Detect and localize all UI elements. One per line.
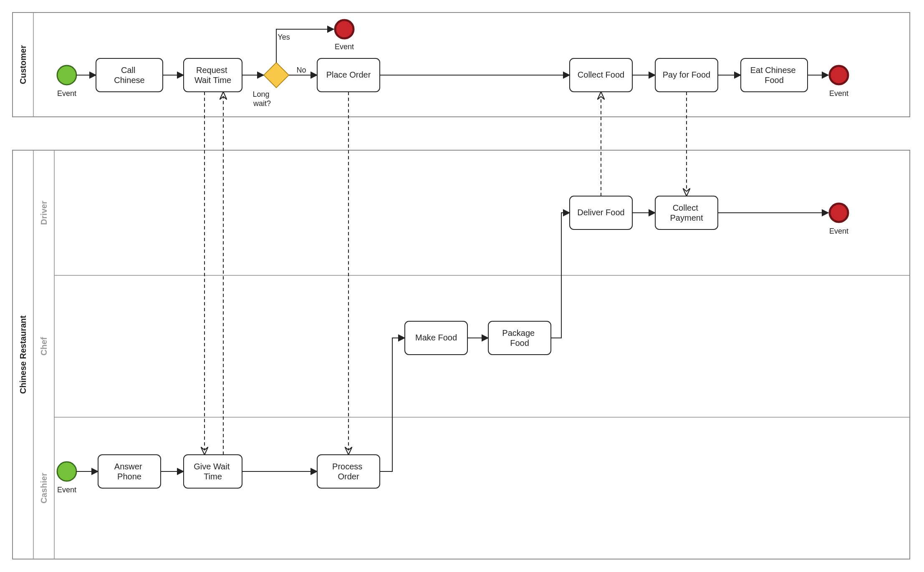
task-place-order: Place Order xyxy=(317,58,380,92)
task-pay-food: Pay for Food xyxy=(655,58,718,92)
svg-text:Make Food: Make Food xyxy=(415,333,457,342)
end-event-customer: Event xyxy=(829,66,848,98)
svg-text:Place Order: Place Order xyxy=(326,70,371,79)
svg-rect-25 xyxy=(655,196,718,229)
end-event-customer-label: Event xyxy=(829,89,848,98)
task-make-food: Make Food xyxy=(405,321,467,355)
svg-rect-33 xyxy=(98,455,161,488)
gateway-no-label: No xyxy=(296,66,306,74)
svg-rect-10 xyxy=(184,58,242,92)
pool-title-customer: Customer xyxy=(18,45,28,84)
task-give-wait: Give Wait Time xyxy=(184,455,242,488)
svg-text:Pay for Food: Pay for Food xyxy=(663,70,711,79)
svg-text:Long
      wait?: Long wait? xyxy=(252,90,271,108)
gateway-long-wait: Long wait? xyxy=(252,63,289,108)
end-event-driver: Event xyxy=(829,204,848,235)
start-event-label: Event xyxy=(57,89,76,98)
svg-point-7 xyxy=(57,66,76,85)
end-event-yes: Event xyxy=(335,20,354,51)
lane-title-driver: Driver xyxy=(39,201,48,225)
svg-point-13 xyxy=(335,20,353,38)
svg-point-27 xyxy=(830,204,848,222)
svg-text:Deliver Food: Deliver Food xyxy=(577,208,624,217)
lane-title-chef: Chef xyxy=(39,337,48,355)
task-answer-phone: Answer Phone xyxy=(98,455,161,488)
task-collect-food: Collect Food xyxy=(570,58,632,92)
svg-text:Collect Food: Collect Food xyxy=(578,70,624,79)
svg-rect-8 xyxy=(96,58,163,92)
task-eat-food: Eat Chinese Food xyxy=(741,58,808,92)
gateway-yes-label: Yes xyxy=(278,33,290,41)
pool-title-restaurant: Chinese Restaurant xyxy=(18,315,28,394)
task-process-order: Process Order xyxy=(317,455,380,488)
svg-rect-37 xyxy=(317,455,380,488)
end-event-yes-label: Event xyxy=(335,43,354,51)
task-deliver-food: Deliver Food xyxy=(570,196,632,229)
sequence-flows: Yes No xyxy=(76,29,828,471)
svg-rect-30 xyxy=(488,321,551,355)
svg-rect-35 xyxy=(184,455,242,488)
bpmn-diagram: Customer Chinese Restaurant Driver Chef … xyxy=(0,0,924,572)
task-collect-payment: Collect Payment xyxy=(655,196,718,229)
task-call-restaurant: Call Chinese xyxy=(96,58,163,92)
svg-point-32 xyxy=(57,462,76,481)
lane-title-cashier: Cashier xyxy=(39,473,48,504)
svg-rect-20 xyxy=(741,58,808,92)
start-event-cashier-label: Event xyxy=(57,486,76,494)
end-event-driver-label: Event xyxy=(829,227,848,235)
task-package-food: Package Food xyxy=(488,321,551,355)
svg-point-22 xyxy=(830,66,848,84)
task-request-wait: Request Wait Time xyxy=(184,58,242,92)
start-event-cashier: Event xyxy=(57,462,76,494)
message-flows xyxy=(204,92,687,455)
start-event-customer: Event xyxy=(57,66,76,98)
